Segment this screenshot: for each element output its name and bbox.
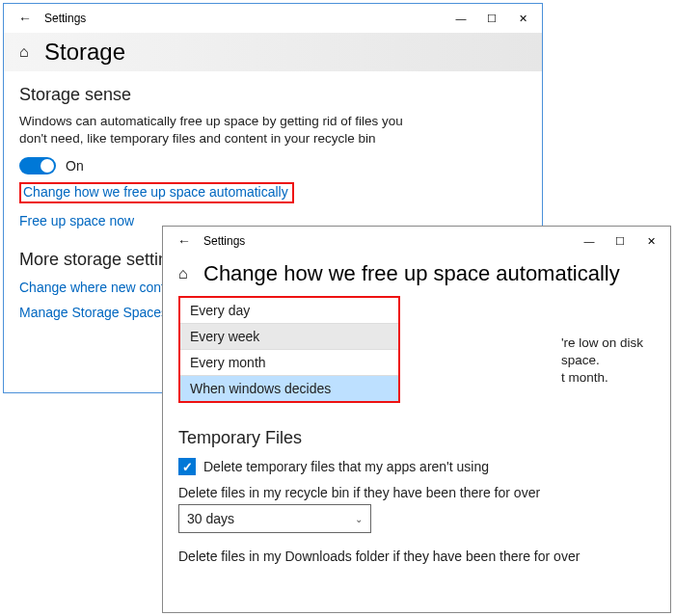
dropdown-option-every-day[interactable]: Every day [180,298,398,324]
maximize-button[interactable]: ☐ [605,228,635,254]
settings-change-freeup-window: ← Settings — ☐ ✕ ⌂ Change how we free up… [162,226,671,613]
minimize-button[interactable]: — [446,5,476,32]
close-button[interactable]: ✕ [635,228,666,254]
home-icon[interactable]: ⌂ [178,265,196,282]
home-icon[interactable]: ⌂ [19,43,37,61]
storage-sense-description: Windows can automatically free up space … [19,113,434,147]
recycle-bin-value: 30 days [187,511,234,526]
page-title: Change how we free up space automaticall… [203,261,620,286]
app-title: Settings [44,12,86,25]
recycle-bin-select[interactable]: 30 days ⌄ [178,504,371,533]
page-title: Storage [44,39,125,66]
manage-storage-spaces-link[interactable]: Manage Storage Spaces [19,305,168,320]
temporary-files-heading: Temporary Files [178,428,655,448]
dropdown-option-every-week[interactable]: Every week [180,324,398,350]
run-frequency-dropdown-open[interactable]: Every day Every week Every month When wi… [178,296,400,403]
chevron-down-icon: ⌄ [355,514,363,524]
storage-sense-toggle[interactable] [19,157,56,174]
delete-temp-files-label: Delete temporary files that my apps aren… [203,459,489,474]
recycle-bin-label: Delete files in my recycle bin if they h… [178,485,655,500]
back-button[interactable]: ← [173,233,196,249]
content-area: 're low on disk space. t month. Every da… [163,286,670,574]
maximize-button[interactable]: ☐ [476,5,507,32]
dropdown-option-when-windows-decides[interactable]: When windows decides [180,376,398,401]
highlight-box: Change how we free up space automaticall… [19,182,294,203]
page-header: ⌂ Storage [4,33,542,71]
partially-hidden-text: 're low on disk space. t month. [561,335,667,388]
titlebar: ← Settings — ☐ ✕ [4,4,542,33]
toggle-state-label: On [66,158,84,174]
delete-temp-files-checkbox[interactable]: ✓ [178,458,196,475]
close-button[interactable]: ✕ [507,5,538,32]
free-up-now-link[interactable]: Free up space now [19,213,134,228]
app-title: Settings [203,234,245,248]
minimize-button[interactable]: — [574,228,605,254]
titlebar: ← Settings — ☐ ✕ [163,227,670,255]
downloads-label: Delete files in my Downloads folder if t… [178,549,655,564]
dropdown-option-every-month[interactable]: Every month [180,350,398,376]
change-free-up-link[interactable]: Change how we free up space automaticall… [23,184,288,200]
storage-sense-heading: Storage sense [19,85,526,105]
back-button[interactable]: ← [14,11,37,26]
storage-sense-toggle-row: On [19,157,526,174]
page-header: ⌂ Change how we free up space automatica… [163,255,670,286]
delete-temp-files-row: ✓ Delete temporary files that my apps ar… [178,458,655,475]
